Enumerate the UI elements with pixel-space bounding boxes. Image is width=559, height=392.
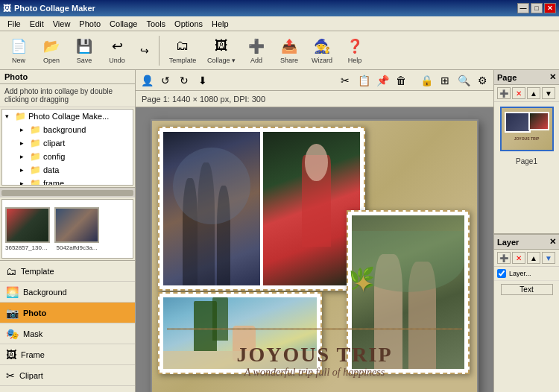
menu-item-file[interactable]: File (3, 18, 25, 30)
add-button[interactable]: ➕ Add (241, 34, 272, 68)
page-thumbnail[interactable]: JOYOUS TRIP (500, 107, 554, 151)
menu-item-view[interactable]: View (48, 18, 75, 30)
tab-clipart[interactable]: ✂ Clipart (0, 365, 135, 386)
tree-item-clipart[interactable]: ▸ 📁 clipart (2, 136, 133, 150)
tree-item-config[interactable]: ▸ 📁 config (2, 150, 133, 163)
thumbnail-1[interactable]: 3652857_1304... (5, 207, 50, 251)
tab-photo[interactable]: 📷 Photo (0, 303, 135, 323)
menu-item-tools[interactable]: Tools (142, 18, 170, 30)
menu-item-collage[interactable]: Collage (105, 18, 142, 30)
new-button[interactable]: 📄 New (3, 34, 34, 68)
help-label: Help (348, 57, 362, 64)
template-tab-icon: 🗂 (6, 265, 16, 277)
layer-down-btn[interactable]: ▼ (542, 252, 555, 264)
thumb-img-content-1 (7, 209, 48, 241)
layer-up-btn[interactable]: ▲ (527, 252, 540, 264)
titlebar-controls[interactable]: — □ ✕ (517, 3, 556, 13)
undo-button[interactable]: ↩ Undo (101, 34, 133, 68)
collage-subtitle: A wonderful trip full of happiness (203, 367, 426, 379)
menu-item-help[interactable]: Help (207, 18, 233, 30)
menu-item-edit[interactable]: Edit (25, 18, 48, 30)
tree-item-data[interactable]: ▸ 📁 data (2, 163, 133, 177)
titlebar-left: 🖼 Photo Collage Maker (3, 4, 95, 13)
maximize-button[interactable]: □ (531, 3, 543, 13)
app-icon: 🖼 (3, 4, 11, 13)
canvas-btn-scissors[interactable]: ✂ (337, 72, 353, 89)
redo-button[interactable]: ↪ (134, 34, 155, 68)
canvas-btn-person[interactable]: 👤 (139, 72, 155, 89)
scrollbar-thumb[interactable] (1, 190, 133, 196)
tree-item-background[interactable]: ▸ 📁 background (2, 123, 133, 136)
photo-slot-1 (163, 132, 260, 285)
page-panel-close[interactable]: ✕ (549, 72, 556, 82)
layer-panel: Layer ✕ ➕ ✕ ▲ ▼ Layer... Text (494, 234, 559, 392)
canvas-btn-zoom[interactable]: 🔍 (455, 72, 472, 89)
template-button[interactable]: 🗂 Template (163, 34, 202, 68)
close-button[interactable]: ✕ (544, 3, 556, 13)
tree-root[interactable]: ▾ 📁 Photo Collage Make... (2, 110, 133, 123)
menubar: FileEditViewPhotoCollageToolsOptionsHelp (0, 16, 559, 31)
layer-text-badge: Text (501, 284, 553, 295)
page-delete-btn[interactable]: ✕ (512, 87, 525, 99)
thumb-img-2 (54, 207, 99, 243)
canvas-btn-rotate-ccw[interactable]: ↺ (157, 72, 174, 89)
minimize-button[interactable]: — (517, 3, 529, 13)
tab-background[interactable]: 🌅 Background (0, 282, 135, 303)
save-button[interactable]: 💾 Save (69, 34, 100, 68)
menu-item-options[interactable]: Options (170, 18, 207, 30)
page-add-btn[interactable]: ➕ (497, 87, 511, 99)
undo-label: Undo (109, 57, 125, 64)
tab-frame[interactable]: 🖼 Frame (0, 344, 135, 365)
layer-add-btn[interactable]: ➕ (497, 252, 511, 264)
wizard-button[interactable]: 🧙 Wizard (306, 34, 338, 68)
tree-item-frame[interactable]: ▸ 📁 frame (2, 177, 133, 186)
page-down-btn[interactable]: ▼ (542, 87, 555, 99)
open-button[interactable]: 📂 Open (36, 34, 67, 68)
canvas-btn-grid[interactable]: ⊞ (437, 72, 453, 89)
background-tab-icon: 🌅 (6, 286, 19, 298)
thumb-img-1 (5, 207, 50, 243)
menu-item-photo[interactable]: Photo (75, 18, 105, 30)
file-tree[interactable]: ▾ 📁 Photo Collage Make... ▸ 📁 background… (1, 109, 133, 186)
tree-expand-icon: ▾ (5, 113, 13, 120)
toolbar-group-file: 📄 New 📂 Open 💾 Save ↩ Undo ↪ (3, 34, 155, 68)
tab-template[interactable]: 🗂 Template (0, 261, 135, 282)
layer-checkbox-1[interactable] (497, 269, 506, 278)
canvas-viewport[interactable]: ✦ 🌿 (136, 107, 493, 392)
toolbar-group-main: 🗂 Template 🖼 Collage ▾ ➕ Add 📤 Share 🧙 W… (163, 34, 370, 68)
toolbar: 📄 New 📂 Open 💾 Save ↩ Undo ↪ 🗂 Template … (0, 31, 559, 70)
tab-mask[interactable]: 🎭 Mask (0, 323, 135, 344)
thumbnail-2[interactable]: 5042affd9c3a... (54, 207, 99, 251)
collage-button[interactable]: 🖼 Collage ▾ (203, 34, 239, 68)
layer-delete-btn[interactable]: ✕ (512, 252, 525, 264)
layer-name-1: Layer... (509, 270, 531, 277)
tree-expand-data: ▸ (20, 166, 28, 174)
layer-panel-title: Layer (497, 238, 519, 247)
tab-shape[interactable]: ⬟ Shape (0, 386, 135, 392)
layer-panel-close[interactable]: ✕ (549, 237, 556, 247)
template-icon: 🗂 (174, 37, 192, 55)
canvas-toolbar: 👤 ↺ ↻ ⬇ ✂ 📋 📌 🗑 🔒 ⊞ 🔍 ⚙ (136, 70, 493, 91)
wizard-label: Wizard (312, 57, 332, 64)
canvas-btn-paste[interactable]: 📌 (374, 72, 391, 89)
app-title: Photo Collage Maker (14, 4, 95, 13)
canvas-btn-trash[interactable]: 🗑 (393, 72, 409, 89)
page-up-btn[interactable]: ▲ (527, 87, 540, 99)
canvas-btn-rotate-cw[interactable]: ↻ (176, 72, 192, 89)
photo-tab-label: Photo (23, 309, 46, 317)
tree-scrollbar[interactable] (0, 187, 135, 197)
canvas-btn-copy[interactable]: 📋 (356, 72, 372, 89)
tree-clipart-label: clipart (43, 139, 65, 148)
help-button[interactable]: ❓ Help (339, 34, 370, 68)
help-icon: ❓ (346, 37, 364, 55)
tree-expand-clipart: ▸ (20, 139, 28, 147)
canvas-btn-lock[interactable]: 🔒 (418, 72, 435, 89)
share-button[interactable]: 📤 Share (274, 34, 305, 68)
stamp-frame-top (158, 127, 365, 291)
canvas-btn-settings[interactable]: ⚙ (474, 72, 490, 89)
rope-decoration (167, 328, 462, 330)
tree-frame-label: frame (43, 179, 64, 186)
layer-item-1[interactable]: Layer... (494, 267, 559, 281)
canvas-btn-down[interactable]: ⬇ (195, 72, 211, 89)
canvas-status: Page 1: 1440 × 1080 px, DPI: 300 (136, 91, 493, 107)
